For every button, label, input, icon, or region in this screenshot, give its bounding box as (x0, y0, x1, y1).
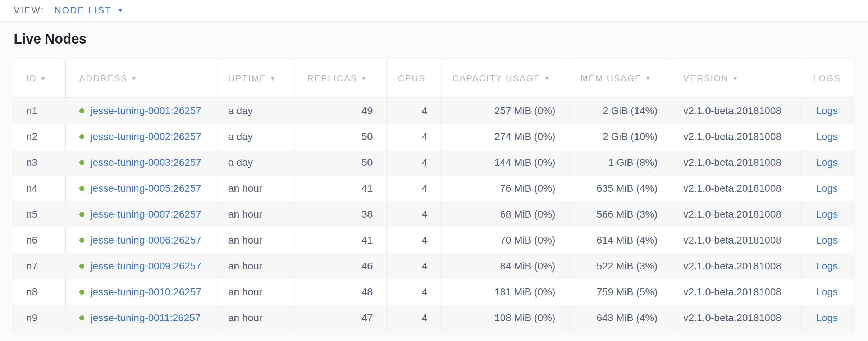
node-capacity-value: 68 MiB (0%) (500, 209, 555, 220)
node-mem-cell: 2 GiB (10%) (569, 124, 671, 150)
node-address-link[interactable]: jesse-tuning-0010:26257 (91, 286, 201, 298)
node-cpus-value: 4 (422, 260, 428, 272)
node-replicas-value: 46 (361, 260, 373, 272)
node-version-value: v2.1.0-beta.20181008 (684, 235, 781, 246)
node-address-link[interactable]: jesse-tuning-0002:26257 (91, 131, 201, 142)
node-address-link[interactable]: jesse-tuning-0006:26257 (91, 235, 201, 246)
node-status-healthy-icon (79, 160, 84, 165)
column-header-label: CPUS (398, 73, 426, 83)
node-address-cell: jesse-tuning-0001:26257 (65, 98, 216, 124)
node-address-link[interactable]: jesse-tuning-0001:26257 (91, 105, 201, 117)
column-header-uptime[interactable]: UPTIME▼ (216, 59, 296, 98)
table-row: n5jesse-tuning-0007:26257an hour38468 Mi… (14, 201, 854, 227)
node-status-healthy-icon (79, 134, 84, 139)
node-replicas-cell: 50 (296, 124, 386, 150)
logs-link[interactable]: Logs (816, 286, 838, 297)
node-cpus-cell: 4 (386, 279, 441, 305)
node-replicas-cell: 41 (296, 176, 386, 201)
column-header-replicas[interactable]: REPLICAS▼ (296, 59, 386, 98)
node-logs-cell: Logs (800, 124, 854, 150)
node-version-value: v2.1.0-beta.20181008 (684, 157, 781, 168)
logs-link[interactable]: Logs (816, 260, 838, 272)
node-cpus-cell: 4 (386, 201, 441, 227)
node-address-cell: jesse-tuning-0002:26257 (65, 124, 216, 150)
column-header-version[interactable]: VERSION▼ (671, 59, 800, 98)
table-row: n8jesse-tuning-0010:26257an hour484181 M… (14, 279, 854, 305)
logs-link[interactable]: Logs (816, 312, 838, 323)
table-row: n9jesse-tuning-0011:26257an hour474108 M… (14, 305, 854, 331)
table-row: n2jesse-tuning-0002:26257a day504274 MiB… (14, 124, 854, 150)
logs-link[interactable]: Logs (816, 235, 838, 246)
node-replicas-cell: 38 (296, 201, 386, 227)
node-cpus-value: 4 (422, 105, 428, 116)
node-mem-value: 2 GiB (10%) (603, 131, 658, 142)
node-logs-cell: Logs (800, 176, 854, 201)
node-address-cell: jesse-tuning-0010:26257 (65, 279, 216, 305)
node-cpus-cell: 4 (386, 150, 441, 176)
node-cpus-value: 4 (422, 157, 428, 168)
node-id-value: n9 (26, 312, 37, 323)
node-capacity-cell: 70 MiB (0%) (441, 227, 569, 253)
node-logs-cell: Logs (800, 305, 854, 331)
node-uptime-value: an hour (228, 209, 262, 220)
column-header-label: MEM USAGE (581, 73, 642, 83)
node-replicas-cell: 50 (296, 150, 386, 176)
node-cpus-value: 4 (422, 183, 428, 194)
sort-desc-icon: ▼ (361, 75, 367, 82)
node-status-healthy-icon (79, 315, 84, 320)
node-replicas-value: 50 (361, 131, 373, 142)
sort-desc-icon: ▼ (270, 75, 276, 82)
column-header-label: CAPACITY USAGE (453, 73, 541, 83)
address-wrap: jesse-tuning-0010:26257 (79, 286, 216, 298)
column-header-capacity-usage[interactable]: CAPACITY USAGE▼ (441, 59, 569, 98)
node-id-cell: n6 (14, 227, 65, 253)
column-header-mem-usage[interactable]: MEM USAGE▼ (569, 59, 671, 98)
table-row: n1jesse-tuning-0001:26257a day494257 MiB… (14, 98, 854, 124)
node-address-link[interactable]: jesse-tuning-0011:26257 (91, 312, 201, 324)
node-address-link[interactable]: jesse-tuning-0003:26257 (91, 157, 201, 168)
node-capacity-cell: 68 MiB (0%) (441, 201, 569, 227)
node-cpus-cell: 4 (386, 176, 441, 201)
node-address-link[interactable]: jesse-tuning-0005:26257 (91, 183, 201, 194)
view-dropdown[interactable]: NODE LIST ▼ (54, 5, 123, 15)
node-capacity-value: 70 MiB (0%) (500, 235, 555, 246)
table-row: n6jesse-tuning-0006:26257an hour41470 Mi… (14, 227, 854, 253)
address-wrap: jesse-tuning-0005:26257 (79, 183, 216, 194)
node-status-healthy-icon (79, 212, 84, 217)
table-row: n3jesse-tuning-0003:26257a day504144 MiB… (14, 150, 854, 176)
node-cpus-value: 4 (422, 209, 428, 220)
node-id-cell: n8 (14, 279, 65, 305)
node-mem-value: 566 MiB (3%) (597, 209, 658, 220)
node-address-cell: jesse-tuning-0007:26257 (65, 201, 216, 227)
node-uptime-cell: an hour (216, 201, 296, 227)
node-id-value: n7 (26, 260, 37, 272)
logs-link[interactable]: Logs (816, 105, 838, 116)
node-address-cell: jesse-tuning-0003:26257 (65, 150, 216, 176)
node-uptime-value: an hour (228, 286, 262, 297)
logs-link[interactable]: Logs (816, 157, 838, 168)
logs-link[interactable]: Logs (816, 209, 838, 220)
node-uptime-cell: an hour (216, 253, 296, 279)
node-mem-cell: 759 MiB (5%) (569, 279, 671, 305)
address-wrap: jesse-tuning-0009:26257 (79, 260, 216, 272)
node-mem-value: 614 MiB (4%) (597, 235, 658, 246)
logs-link[interactable]: Logs (816, 183, 838, 194)
node-uptime-cell: an hour (216, 279, 296, 305)
node-address-cell: jesse-tuning-0009:26257 (65, 253, 216, 279)
column-header-label: ADDRESS (79, 73, 128, 83)
node-address-link[interactable]: jesse-tuning-0009:26257 (91, 260, 201, 272)
column-header-id[interactable]: ID▼ (14, 59, 65, 98)
node-version-cell: v2.1.0-beta.20181008 (671, 124, 800, 150)
node-uptime-value: an hour (228, 312, 262, 323)
node-id-cell: n3 (14, 150, 65, 176)
node-logs-cell: Logs (800, 150, 854, 176)
node-address-link[interactable]: jesse-tuning-0007:26257 (91, 209, 201, 220)
node-uptime-value: an hour (228, 235, 262, 246)
node-address-cell: jesse-tuning-0011:26257 (65, 305, 216, 331)
sort-desc-icon: ▼ (40, 75, 46, 82)
node-logs-cell: Logs (800, 201, 854, 227)
column-header-address[interactable]: ADDRESS▼ (65, 59, 216, 98)
logs-link[interactable]: Logs (816, 131, 838, 142)
node-version-value: v2.1.0-beta.20181008 (684, 131, 781, 142)
node-version-value: v2.1.0-beta.20181008 (684, 286, 781, 297)
